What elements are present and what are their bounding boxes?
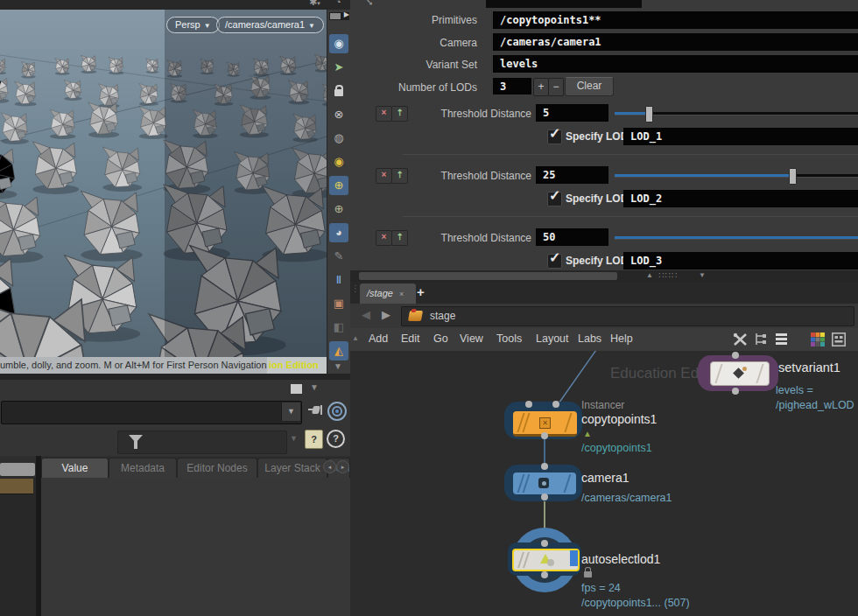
tab-metadata[interactable]: Metadata [109, 458, 177, 478]
node-label[interactable]: camera1 [581, 471, 629, 485]
threshold-slider[interactable] [615, 168, 858, 183]
toolbar-scrollbar[interactable]: ▶ [329, 12, 349, 20]
menu-layout[interactable]: Layout [536, 332, 569, 345]
num-lods-field[interactable]: 3 [493, 78, 531, 94]
tab-layer-stack[interactable]: Layer Stack [257, 458, 327, 478]
decrement-button[interactable]: − [548, 78, 564, 96]
new-tab-button[interactable]: + [417, 284, 425, 299]
threshold-field[interactable]: 25 [536, 166, 608, 184]
remove-lod-button[interactable]: × [376, 230, 392, 246]
chevron-down-icon[interactable]: ▼ [290, 434, 298, 443]
slider-handle[interactable] [789, 168, 797, 185]
user-icon[interactable]: ✱▾ [309, 0, 320, 8]
pane-divider[interactable] [0, 374, 350, 380]
node-input-dot[interactable] [732, 352, 739, 359]
node-input-dot[interactable] [541, 463, 548, 470]
forward-icon[interactable]: ▶ [382, 308, 390, 321]
primitives-field[interactable]: /copytopoints1** [493, 11, 858, 29]
follow-selection-icon[interactable] [327, 402, 347, 421]
node-input-dot[interactable] [525, 401, 532, 408]
splitter-up-icon[interactable]: ▲ [646, 271, 653, 279]
specify-lod-checkbox[interactable]: ✓ [547, 254, 562, 269]
node-label[interactable]: setvariant1 [778, 360, 840, 374]
node-camera1-body[interactable] [513, 472, 576, 494]
tab-value[interactable]: Value [41, 458, 109, 478]
close-icon[interactable]: × [399, 290, 404, 298]
pane-menu-icon[interactable]: ▼ [310, 382, 319, 392]
menu-view[interactable]: View [460, 332, 483, 345]
menu-add[interactable]: Add [369, 332, 388, 345]
images-icon[interactable]: ▣ [329, 294, 348, 313]
select-arrow-icon[interactable]: ➤ [329, 58, 348, 77]
menu-go[interactable]: Go [433, 332, 448, 345]
scroll-up-icon[interactable]: ▲ [352, 334, 359, 342]
menu-tools[interactable]: Tools [496, 332, 522, 345]
splitter-down-icon[interactable]: ▼ [699, 271, 706, 279]
menu-help[interactable]: Help [610, 332, 633, 345]
node-output-dot[interactable] [541, 494, 548, 500]
clipboard-help-icon[interactable]: ? [305, 430, 323, 449]
add-ellipse-icon[interactable]: ⊕ [329, 200, 348, 219]
node-label[interactable]: autoselectlod1 [581, 552, 660, 566]
variant-set-field[interactable]: levels [493, 55, 858, 73]
threshold-field[interactable]: 50 [536, 228, 608, 246]
panel-layout-icon[interactable] [832, 332, 846, 346]
pause-icon[interactable]: Ⅱ [329, 270, 348, 290]
splitter-grip[interactable]: ∷∷∷ [658, 270, 678, 280]
tab-stage[interactable]: /stage× [360, 284, 416, 304]
scrollbar-thumb[interactable] [359, 272, 617, 280]
toolbar-more-icon[interactable]: ▼ [334, 361, 342, 371]
lod-name-field[interactable]: LOD_2 [623, 190, 858, 207]
bulb-off-icon[interactable]: ⊗ [329, 105, 348, 124]
eye-edit-icon[interactable]: ✎ [329, 247, 348, 266]
remove-lod-button[interactable]: × [376, 106, 392, 122]
node-setvariant1-body[interactable] [710, 361, 770, 386]
display-options-icon[interactable]: ◭ [329, 341, 348, 360]
pin-icon[interactable] [308, 404, 324, 416]
tab-scroll-left-icon[interactable]: ◂ [323, 460, 336, 473]
slider-handle[interactable] [645, 106, 653, 122]
drag-arrow-icon[interactable]: ➘ [366, 0, 373, 7]
chevron-down-icon[interactable]: ▼ [281, 402, 300, 421]
scroll-right-icon[interactable]: ▶ [344, 10, 349, 18]
lod-name-field[interactable]: LOD_1 [623, 128, 858, 145]
lod-name-field[interactable]: LOD_3 [623, 252, 858, 270]
tree-view-icon[interactable] [754, 332, 767, 346]
scrollbar-thumb[interactable] [330, 13, 341, 19]
node-input-dot[interactable] [541, 540, 548, 547]
visibility-eye-icon[interactable]: ◉ [329, 152, 348, 172]
specify-lod-checkbox[interactable]: ✓ [547, 130, 562, 144]
node-path-dropdown[interactable]: ▼ [1, 401, 302, 424]
tab-editor-nodes[interactable]: Editor Nodes [177, 458, 257, 478]
view-mode-dropdown[interactable]: Persp▼ [166, 17, 220, 33]
pane-maximize-icon[interactable] [291, 384, 302, 394]
back-icon[interactable]: ◀ [362, 308, 370, 321]
parameter-scrollbar[interactable]: ▲ ∷∷∷ ▼ [350, 270, 858, 282]
filter-input[interactable] [117, 430, 287, 454]
tab-scroll-right-icon[interactable]: ▸ [336, 460, 349, 473]
specify-lod-checkbox[interactable]: ✓ [547, 192, 562, 206]
cube-icon[interactable]: ◧ [329, 318, 348, 337]
node-input-dot[interactable] [552, 401, 559, 408]
menu-edit[interactable]: Edit [401, 332, 420, 345]
menu-labs[interactable]: Labs [578, 332, 601, 345]
scene-viewport[interactable]: Persp▼ /cameras/camera1▼ [0, 10, 327, 357]
node-output-dot[interactable] [732, 388, 739, 395]
tools-wrench-icon[interactable] [733, 332, 748, 346]
tree-selected-row[interactable] [0, 479, 33, 494]
help-icon[interactable]: ? [327, 430, 345, 448]
color-palette-icon[interactable] [811, 332, 825, 346]
remove-lod-button[interactable]: × [376, 168, 392, 184]
add-circle-icon[interactable]: ⊕ [329, 176, 348, 195]
camera-dropdown[interactable]: /cameras/camera1▼ [216, 17, 324, 33]
clear-button[interactable]: Clear [565, 77, 614, 96]
tree-scrollbar[interactable] [0, 463, 35, 476]
threshold-slider[interactable] [615, 230, 858, 245]
sphere-icon[interactable]: ◍ [329, 129, 348, 148]
lock-icon[interactable] [329, 81, 348, 101]
threshold-field[interactable]: 5 [536, 104, 608, 122]
node-output-dot[interactable] [541, 432, 548, 439]
breadcrumb[interactable]: stage [401, 306, 854, 326]
network-editor[interactable]: Education Ed setvariant1 levels = /pighe… [350, 351, 858, 616]
increment-button[interactable]: + [533, 78, 549, 96]
